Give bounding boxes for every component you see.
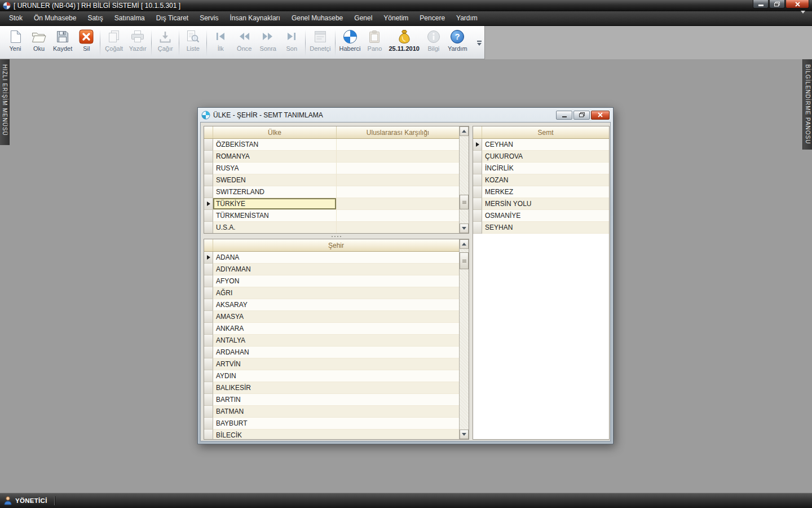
city-row[interactable]: AFYON xyxy=(204,275,459,287)
city-cell[interactable]: ANKARA xyxy=(213,323,459,335)
city-cell[interactable]: ARTVİN xyxy=(213,358,459,370)
international-cell[interactable] xyxy=(337,210,459,222)
district-row[interactable]: OSMANİYE xyxy=(473,210,609,222)
country-row[interactable]: RUSYA xyxy=(204,163,459,174)
scroll-down-button[interactable] xyxy=(460,430,469,439)
menu-item[interactable]: Servis xyxy=(194,11,224,25)
country-row[interactable]: ROMANYA xyxy=(204,151,459,163)
country-row[interactable]: TÜRKMENİSTAN xyxy=(204,210,459,222)
scroll-up-button[interactable] xyxy=(460,239,469,249)
country-row[interactable]: ÖZBEKİSTAN xyxy=(204,139,459,151)
international-cell[interactable] xyxy=(337,139,459,151)
city-cell[interactable]: ANTALYA xyxy=(213,335,459,347)
toolbar-button-messenger[interactable]: Haberci xyxy=(337,27,363,59)
international-cell[interactable] xyxy=(337,174,459,186)
menu-item[interactable]: Genel xyxy=(348,11,378,25)
toolbar-button-info[interactable]: Bilgi xyxy=(422,27,445,59)
city-row[interactable]: BARTIN xyxy=(204,394,459,406)
country-cell[interactable]: SWEDEN xyxy=(213,174,337,186)
toolbar-button-previous[interactable]: Önce xyxy=(232,27,256,59)
district-row[interactable]: KOZAN xyxy=(473,174,609,186)
city-row[interactable]: AKSARAY xyxy=(204,299,459,311)
column-header-district[interactable]: Semt xyxy=(482,126,609,138)
splitter-handle[interactable] xyxy=(204,234,469,239)
country-row[interactable]: SWEDEN xyxy=(204,174,459,186)
district-cell[interactable]: MERKEZ xyxy=(482,186,609,198)
toolbar-button-duplicate[interactable]: Çoğalt xyxy=(102,27,126,59)
menu-item[interactable]: Genel Muhasebe xyxy=(286,11,348,25)
quick-access-menu-tab[interactable]: HIZLI ERİŞİM MENÜSÜ xyxy=(0,59,10,145)
vertical-scrollbar[interactable] xyxy=(459,239,469,439)
country-row[interactable]: TÜRKİYE xyxy=(204,198,459,210)
city-cell[interactable]: BALIKESİR xyxy=(213,382,459,394)
country-row[interactable]: U.S.A. xyxy=(204,222,459,233)
menu-item[interactable]: İnsan Kaynakları xyxy=(224,11,286,25)
city-cell[interactable]: BİLECİK xyxy=(213,430,459,439)
dialog-close-button[interactable] xyxy=(591,111,610,120)
dialog-minimize-button[interactable] xyxy=(556,111,572,120)
country-cell[interactable]: TÜRKİYE xyxy=(213,198,337,210)
city-cell[interactable]: AYDIN xyxy=(213,370,459,382)
city-row[interactable]: BATMAN xyxy=(204,406,459,418)
toolbar-overflow-button[interactable] xyxy=(475,27,483,59)
toolbar-button-first[interactable]: İlk xyxy=(209,27,232,59)
international-cell[interactable] xyxy=(337,186,459,198)
menu-item[interactable]: Stok xyxy=(3,11,28,25)
toolbar-button-print[interactable]: Yazdır xyxy=(126,27,149,59)
district-cell[interactable]: KOZAN xyxy=(482,174,609,186)
menu-item[interactable]: Ön Muhasebe xyxy=(28,11,82,25)
city-row[interactable]: AYDIN xyxy=(204,370,459,382)
country-cell[interactable]: ÖZBEKİSTAN xyxy=(213,139,337,151)
close-button[interactable] xyxy=(785,0,809,8)
district-row[interactable]: CEYHAN xyxy=(473,139,609,151)
country-cell[interactable]: ROMANYA xyxy=(213,151,337,163)
city-cell[interactable]: ARDAHAN xyxy=(213,347,459,358)
country-cell[interactable]: SWITZERLAND xyxy=(213,186,337,198)
column-header-city[interactable]: Şehir xyxy=(213,239,459,251)
toolbar-button-save[interactable]: Kaydet xyxy=(51,27,74,59)
toolbar-button-fetch[interactable]: Çağır xyxy=(153,27,177,59)
toolbar-button-new[interactable]: Yeni xyxy=(3,27,27,59)
city-row[interactable]: BAYBURT xyxy=(204,418,459,430)
toolbar-button-list[interactable]: Liste xyxy=(181,27,205,59)
international-cell[interactable] xyxy=(337,222,459,233)
city-row[interactable]: ANTALYA xyxy=(204,335,459,347)
city-row[interactable]: BİLECİK xyxy=(204,430,459,439)
menu-item[interactable]: Dış Ticaret xyxy=(151,11,194,25)
toolbar-button-last[interactable]: Son xyxy=(280,27,303,59)
toolbar-button-delete[interactable]: Sil xyxy=(74,27,98,59)
scrollbar-thumb[interactable] xyxy=(460,252,469,269)
city-cell[interactable]: AMASYA xyxy=(213,311,459,323)
city-cell[interactable]: AFYON xyxy=(213,275,459,287)
menu-item[interactable]: Yardım xyxy=(451,11,483,25)
scroll-down-button[interactable] xyxy=(460,224,469,233)
district-row[interactable]: ÇUKUROVA xyxy=(473,151,609,163)
district-row[interactable]: MERSİN YOLU xyxy=(473,198,609,210)
district-cell[interactable]: CEYHAN xyxy=(482,139,609,151)
international-cell[interactable] xyxy=(337,151,459,163)
district-row[interactable]: İNCİRLİK xyxy=(473,163,609,174)
country-cell[interactable]: TÜRKMENİSTAN xyxy=(213,210,337,222)
city-row[interactable]: ADIYAMAN xyxy=(204,264,459,275)
scrollbar-track[interactable] xyxy=(460,136,469,224)
country-cell[interactable]: RUSYA xyxy=(213,163,337,174)
menu-item[interactable]: Satış xyxy=(82,11,108,25)
maximize-button[interactable] xyxy=(769,0,785,8)
dialog-maximize-button[interactable] xyxy=(573,111,590,120)
city-cell[interactable]: ADIYAMAN xyxy=(213,264,459,275)
minimize-button[interactable] xyxy=(753,0,769,8)
district-cell[interactable]: ÇUKUROVA xyxy=(482,151,609,163)
menubar-overflow-button[interactable] xyxy=(801,14,805,24)
toolbar-button-help[interactable]: ? Yardım xyxy=(445,27,470,59)
menu-item[interactable]: Satınalma xyxy=(109,11,151,25)
city-row[interactable]: ANKARA xyxy=(204,323,459,335)
city-row[interactable]: ARDAHAN xyxy=(204,347,459,358)
district-cell[interactable]: OSMANİYE xyxy=(482,210,609,222)
info-panel-tab[interactable]: BİLGİLENDİRME PANOSU xyxy=(802,59,812,150)
menu-item[interactable]: Yönetim xyxy=(378,11,414,25)
city-cell[interactable]: BATMAN xyxy=(213,406,459,418)
toolbar-button-inspector[interactable]: Denetçi xyxy=(307,27,333,59)
column-header-country[interactable]: Ülke xyxy=(213,126,337,138)
country-row[interactable]: SWITZERLAND xyxy=(204,186,459,198)
city-cell[interactable]: ADANA xyxy=(213,252,459,264)
